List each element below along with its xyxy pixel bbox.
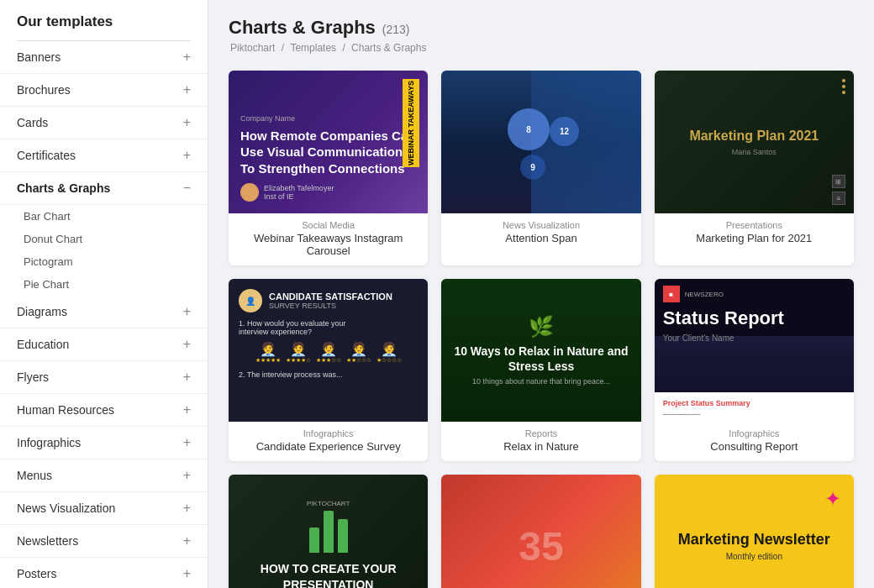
template-card-orange[interactable]: 35 [441,475,640,588]
template-card-marketing-newsletter[interactable]: ✦ Marketing Newsletter Monthly edition [655,475,854,588]
sidebar-item-infographics[interactable]: Infographics + [0,427,208,459]
sidebar-item-label: Charts & Graphs [17,181,110,195]
expand-icon: + [183,566,191,581]
expand-icon: + [183,435,191,450]
template-name: Relax in Nature [450,440,632,453]
template-card-webinar-takeaways[interactable]: WEBINAR TAKEAWAYS Company Name How Remot… [229,71,428,265]
expand-icon: + [183,533,191,549]
sidebar-item-diagrams[interactable]: Diagrams + [0,296,208,328]
thumb-bars [309,511,348,553]
template-info: Reports Relax in Nature [441,422,640,461]
sidebar-item-cards[interactable]: Cards + [0,107,208,139]
thumb-tag: WEBINAR TAKEAWAYS [403,79,419,167]
template-card-candidate-survey[interactable]: 👤 CANDIDATE SATISFACTION SURVEY RESULTS … [229,279,428,461]
sidebar-item-brochures[interactable]: Brochures + [0,74,208,107]
main-header: Charts & Graphs (213) Piktochart / Templ… [229,17,854,54]
thumb-label: PIKTOCHART [307,500,350,507]
template-category: Infographics [663,428,845,438]
sidebar-item-label: Diagrams [17,305,67,318]
expand-icon: + [183,115,191,130]
expand-icon: + [183,501,191,516]
template-info: Infographics Candidate Experience Survey [229,422,428,461]
template-category: Reports [450,428,632,438]
thumb-subtitle: Monthly edition [726,552,782,561]
thumb-company: Company Name [240,114,416,123]
status-client: Your Client's Name [663,333,845,343]
template-count: (213) [382,23,410,36]
sidebar-item-label: Posters [17,567,56,580]
template-card-marketing-plan[interactable]: Marketing Plan 2021 Maria Santos ⊞ ≡ Pre… [655,71,854,265]
sidebar-item-education[interactable]: Education + [0,328,208,361]
template-thumbnail: 👤 CANDIDATE SATISFACTION SURVEY RESULTS … [229,279,428,422]
sidebar-item-news-visualization[interactable]: News Visualization + [0,492,208,525]
logo-text: NEWSZERO [685,291,724,298]
sidebar-item-menus[interactable]: Menus + [0,459,208,492]
sidebar-item-human-resources[interactable]: Human Resources + [0,394,208,427]
expand-icon: + [183,370,191,385]
thumb-number: 35 [519,523,563,570]
survey-figures: 🧑‍💼★★★★★ 🧑‍💼★★★★☆ 🧑‍💼★★★☆☆ 🧑‍💼★★☆☆☆ 🧑‍💼★… [239,341,418,364]
template-name: Candidate Experience Survey [237,440,419,453]
template-thumbnail: ✦ Marketing Newsletter Monthly edition [655,475,854,588]
expand-icon: + [183,82,191,97]
thumb-main-title: Status Report Your Client's Name [663,308,845,343]
sidebar-item-label: News Visualization [17,501,115,515]
template-card-how-to-create[interactable]: PIKTOCHART HOW TO CREATE YOUR PRESENTATI… [229,475,428,588]
thumb-title: 10 Ways to Relax in Nature and Stress Le… [450,344,632,374]
sidebar-item-label: Banners [17,50,61,64]
sidebar-item-label: Newsletters [17,534,78,548]
template-category: Infographics [237,428,419,438]
thumb-topbar: ■ NEWSZERO [655,279,854,309]
thumb-circles: 8 12 9 [503,104,579,180]
thumb-bottom: Project Status Summary __________ [655,392,854,422]
sidebar-item-label: Education [17,338,69,351]
thumb-title: How Remote Companies Can Use Visual Comm… [240,128,416,177]
template-name: Consulting Report [663,440,845,453]
template-card-consulting-report[interactable]: ■ NEWSZERO Status Report Your Client's N… [655,279,854,461]
leaf-icon: 🌿 [450,315,632,339]
thumb-subtitle: 10 things about nature that bring peace.… [450,377,632,386]
template-card-attention-span[interactable]: 8 12 9 News Visualization Attention Span [441,71,640,265]
sidebar-sub-pie-chart[interactable]: Pie Chart [0,273,208,296]
sidebar-item-label: Human Resources [17,403,114,417]
sidebar-item-label: Brochures [17,83,71,97]
collapse-icon: − [183,181,191,196]
survey-question: 1. How would you evaluate yourinterview … [239,319,418,336]
thumb-header: 👤 CANDIDATE SATISFACTION SURVEY RESULTS [239,289,418,312]
sidebar-item-charts-graphs[interactable]: Charts & Graphs − [0,172,208,205]
sidebar-item-banners[interactable]: Banners + [0,41,208,74]
expand-icon: + [183,304,191,319]
sidebar-sub-bar-chart[interactable]: Bar Chart [0,205,208,228]
sidebar-title: Our templates [0,13,208,40]
template-thumbnail: WEBINAR TAKEAWAYS Company Name How Remot… [229,71,428,213]
circle-2: 12 [550,117,579,146]
expand-icon: + [183,337,191,352]
sidebar-item-posters[interactable]: Posters + [0,558,208,588]
bar-1 [309,528,319,553]
template-name: Webinar Takeaways Instagram Carousel [237,232,419,257]
thumb-icon: ≡ [832,192,845,205]
sidebar-sub-pictogram[interactable]: Pictogram [0,250,208,273]
sidebar: Our templates Banners + Brochures + Card… [0,0,208,588]
circle-3: 9 [520,155,545,180]
template-card-relax-nature[interactable]: 🌿 10 Ways to Relax in Nature and Stress … [441,279,640,461]
thumb-content: 🌿 10 Ways to Relax in Nature and Stress … [441,307,640,394]
sidebar-sub-donut-chart[interactable]: Donut Chart [0,228,208,250]
sidebar-item-certificates[interactable]: Certificates + [0,139,208,172]
survey-question-2: 2. The interview process was... [239,370,418,379]
project-title: Project Status Summary [663,399,845,407]
sidebar-item-flyers[interactable]: Flyers + [0,361,208,394]
author-avatar [240,183,259,202]
template-thumbnail: Marketing Plan 2021 Maria Santos ⊞ ≡ [655,71,854,213]
template-thumbnail: PIKTOCHART HOW TO CREATE YOUR PRESENTATI… [229,475,428,588]
sidebar-item-newsletters[interactable]: Newsletters + [0,525,208,558]
bar-2 [324,511,334,553]
thumb-author: Elizabeth TafelmoyerInst of IE [240,183,416,202]
template-category: News Visualization [450,220,632,230]
survey-subtitle: SURVEY RESULTS [269,302,392,310]
template-info: News Visualization Attention Span [441,213,640,253]
sidebar-item-label: Infographics [17,436,81,449]
template-category: Presentations [663,220,845,230]
logo-box: ■ [663,286,680,302]
thumb-dots [842,79,845,94]
